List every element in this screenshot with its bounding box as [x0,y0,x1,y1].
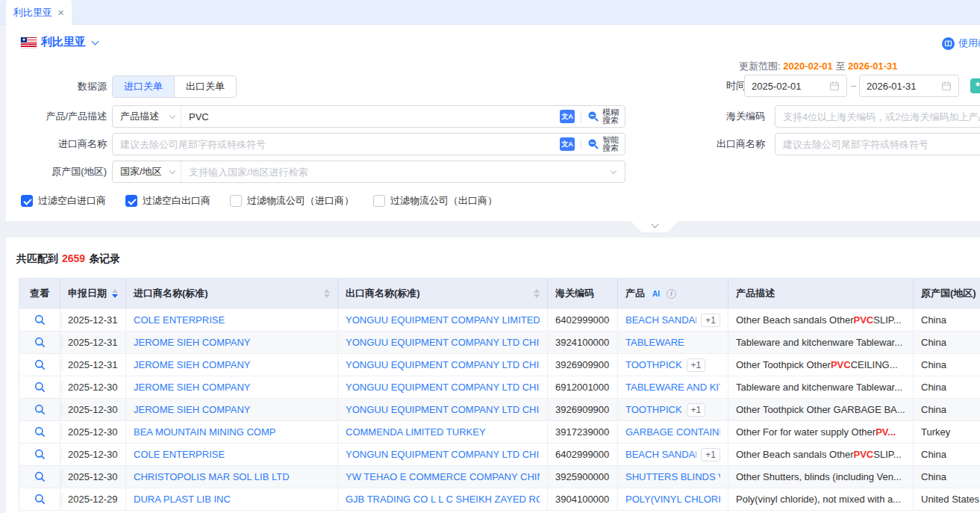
importer-link[interactable]: DURA PLAST LIB INC [134,494,231,505]
update-range-to-word: 至 [835,60,845,72]
magnifier-icon [587,138,599,150]
table-row: 2025-12-30 COLE ENTERPRISE YONGUN EQUIPM… [19,443,980,465]
view-record-button[interactable] [34,337,46,348]
origin-type-select[interactable]: 国家/地区 [113,161,181,182]
product-tag-link[interactable]: TOOTHPICK [625,404,682,415]
fuzzy-search-button[interactable]: 模糊搜索 [587,108,625,125]
exporter-input[interactable] [775,133,980,155]
view-record-button[interactable] [34,471,46,482]
checkbox-icon[interactable] [21,195,33,207]
view-record-button[interactable] [34,404,46,415]
importer-link[interactable]: BEA MOUNTAIN MINING COMP [134,426,275,438]
product-type-select[interactable]: 产品描述 [113,106,181,127]
header-importer[interactable]: 进口商名称(标准) [126,279,338,308]
importer-link[interactable]: JEROME SIEH COMPANY [134,404,251,415]
exporter-link[interactable]: YONGUN EQUIPMENT COMPANY LTD CHI... [346,449,540,460]
importer-link[interactable]: CHRISTOPOLIS MAR SOL LIB LTD [134,471,290,482]
collapse-panel-button[interactable] [631,221,678,232]
exporter-link[interactable]: YONGUU EQUIPMENT COMPANY LTD CHIN... [346,382,540,393]
sort-asc-icon[interactable] [112,289,118,293]
exporter-link[interactable]: YONGUU EQUIPMENT COMPANY LTD CHIN... [346,337,540,348]
exporter-link[interactable]: YONGUU EQUIPMENT COMPANY LTD CHIN... [346,359,540,370]
origin-type-value: 国家/地区 [120,165,162,178]
header-view: 查看 [19,279,60,308]
exporter-link[interactable]: YONGUU EQUIPMENT COMPANY LIMITED ... [346,314,540,326]
product-input[interactable] [181,107,560,126]
sort-desc-icon[interactable] [324,294,330,298]
product-extra-count-badge[interactable]: +1 [701,314,720,327]
checkbox-icon[interactable] [230,195,242,207]
exporter-link[interactable]: YONGUU EQUIPMENT COMPANY LTD CHIN... [346,404,540,415]
tools-icon[interactable]: * [970,78,980,93]
importer-link[interactable]: JEROME SIEH COMPANY [134,359,251,370]
chevron-down-icon [169,112,175,118]
cell-declare-date: 2025-12-30 [60,421,126,443]
chevron-down-icon[interactable] [92,38,99,46]
smart-search-button[interactable]: 智能搜索 [587,136,625,152]
chevron-down-icon [169,167,175,173]
exporter-link[interactable]: GJB TRADING CO L L C SHEIKH ZAYED ROA... [346,494,540,505]
date-to-input[interactable]: 2026-01-31 [859,75,959,97]
exporter-link[interactable]: COMMENDA LIMITED TURKEY [346,426,486,438]
table-row-partial [19,510,980,513]
product-tag-link[interactable]: POLY(VINYL CHLORIDE) [625,494,720,505]
filter-checkbox[interactable]: 过滤物流公司（出口商） [373,194,497,208]
date-from-input[interactable]: 2025-02-01 [744,75,847,97]
info-icon[interactable]: i [667,289,676,299]
translate-icon[interactable]: 文A [560,110,575,123]
checkbox-icon[interactable] [125,195,137,207]
filter-checkbox[interactable]: 过滤空白进口商 [21,194,106,208]
cell-product-desc: Other Toothpick Other PVC CEILING... [728,354,914,376]
filter-checkbox[interactable]: 过滤物流公司（进口商） [230,194,354,208]
cell-product-desc: Tableware and kitchenware Tablewar... [728,376,914,398]
sort-asc-icon[interactable] [324,289,330,293]
fuzzy-search-label: 模糊搜索 [602,108,619,125]
product-extra-count-badge[interactable]: +1 [687,403,706,417]
product-extra-count-badge[interactable]: +1 [687,358,706,372]
sort-control[interactable] [324,289,330,298]
sort-control[interactable] [112,289,118,298]
product-label: 产品/产品描述 [6,105,107,128]
product-extra-count-badge[interactable]: +1 [701,448,720,461]
sort-asc-icon[interactable] [534,289,540,293]
view-record-button[interactable] [34,494,46,505]
filter-checkbox-row: 过滤空白进口商 过滤空白出口商 过滤物流公司（进口商） 过滤物流公司（出口商） [21,194,497,208]
product-tag-link[interactable]: SHUTTERS BLINDS VE... [625,471,720,482]
view-record-button[interactable] [34,359,46,370]
checkbox-icon[interactable] [373,195,385,207]
close-icon[interactable]: × [57,7,64,18]
importer-input[interactable] [113,134,560,154]
translate-icon[interactable]: 文A [560,137,575,151]
product-tag-link[interactable]: BEACH SANDAL [625,449,696,460]
sort-control[interactable] [534,289,540,298]
help-link[interactable]: 使用教程 [942,37,980,50]
product-tag-link[interactable]: BEACH SANDAL [625,314,696,326]
importer-link[interactable]: JEROME SIEH COMPANY [134,382,251,393]
view-record-button[interactable] [34,314,46,326]
view-record-button[interactable] [34,382,46,393]
importer-link[interactable]: JEROME SIEH COMPANY [134,337,251,348]
header-exporter[interactable]: 出口商名称(标准) [338,279,548,308]
exporter-link[interactable]: YW TEHAO E COMMERCE COMPANY CHINA [346,471,540,482]
cell-declare-date: 2025-12-30 [60,399,126,420]
product-tag-link[interactable]: TOOTHPICK [625,359,682,370]
data-source-label: 数据源 [6,75,107,98]
data-source-option[interactable]: 进口关单 [113,76,174,97]
magnifier-icon [34,426,46,438]
importer-link[interactable]: COLE ENTERPRISE [134,449,225,460]
importer-link[interactable]: COLE ENTERPRISE [134,314,225,326]
filter-checkbox[interactable]: 过滤空白出口商 [125,194,210,208]
tab-liberia[interactable]: 利比里亚 × [6,0,72,25]
origin-input[interactable] [181,162,611,181]
view-record-button[interactable] [34,426,46,438]
sort-desc-icon[interactable] [112,294,118,298]
view-record-button[interactable] [34,449,46,460]
product-tag-link[interactable]: TABLEWARE AND KITC... [625,382,720,393]
product-tag-link[interactable]: TABLEWARE [625,337,684,348]
header-declare-date[interactable]: 申报日期 [60,279,126,308]
product-tag-link[interactable]: GARBAGE CONTAINER [625,426,720,438]
hs-code-input[interactable] [775,105,980,128]
data-source-option[interactable]: 出口关单 [174,76,236,97]
update-range: 更新范围: 2020-02-01 至 2026-01-31 [739,60,898,73]
sort-desc-icon[interactable] [534,294,540,298]
